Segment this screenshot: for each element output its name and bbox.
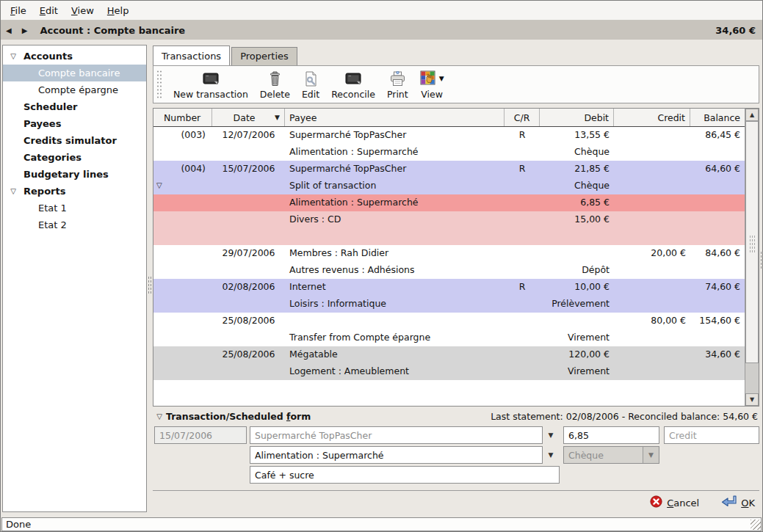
form-section-title: Transaction/Scheduled form [166,411,311,422]
table-row[interactable]: Alimentation : Supermarché Chèque [153,144,745,161]
transaction-rows: (003) 12/07/2006 Supermarché TopPasCher … [153,127,745,406]
ok-button[interactable]: OK [721,495,755,510]
expander-icon[interactable]: ▽ [154,412,164,420]
table-row[interactable]: Alimentation : Supermarché 6,85 € [153,194,745,211]
column-header-cr[interactable]: C/R [505,109,540,126]
menu-bar: File Edit View Help [1,1,762,21]
account-header: ◀ ▶ Account : Compte bancaire 34,60 € [1,21,762,40]
trash-icon [268,70,282,87]
payment-method-select: Chèque ▼ [563,446,659,464]
tab-properties[interactable]: Properties [231,47,297,65]
sidebar-item-etat-1[interactable]: Etat 1 [3,200,146,216]
sidebar-item-credits-simulator[interactable]: Credits simulator [3,132,146,149]
sidebar-item-categories[interactable]: Categories [3,149,146,166]
sidebar: ▽ Accounts Compte bancaire Compte épargn… [2,45,147,512]
nav-forward-icon[interactable]: ▶ [17,26,33,34]
toolbar: New transaction Delete Edit [153,65,759,103]
column-header-balance[interactable]: Balance [690,109,745,126]
menu-view[interactable]: View [65,2,101,19]
menu-help[interactable]: Help [101,2,136,19]
debit-field[interactable] [563,426,659,444]
column-header-date[interactable]: Date ▼ [212,109,285,126]
edit-button[interactable]: Edit [296,68,325,101]
column-header-number[interactable]: Number [153,109,212,126]
dropdown-caret-icon: ▼ [439,75,444,82]
view-button[interactable]: ▼ View [414,68,450,101]
view-grid-icon [420,70,435,87]
status-message: Done [1,517,762,531]
scroll-down-icon[interactable]: ▼ [745,393,759,406]
tab-bar: Transactions Properties [153,46,299,65]
expander-icon[interactable]: ▽ [7,187,19,195]
screen-icon [202,70,220,87]
column-header-debit[interactable]: Debit [540,109,614,126]
column-header-credit[interactable]: Credit [614,109,690,126]
table-row[interactable]: (004) 15/07/2006 Supermarché TopPasCher … [153,161,745,178]
tab-transactions[interactable]: Transactions [153,45,230,65]
print-button[interactable]: Print [381,68,414,101]
form-section-header: ▽ Transaction/Scheduled form Last statem… [154,409,758,423]
edit-document-icon [304,70,317,87]
status-bar: Done [1,517,762,532]
menu-edit[interactable]: Edit [33,2,65,19]
nav-back-icon[interactable]: ◀ [1,26,17,34]
category-dropdown-icon[interactable]: ▼ [546,446,556,464]
expander-icon[interactable]: ▽ [7,52,19,60]
table-row[interactable]: 25/08/2006 80,00 € 154,60 € [153,313,745,329]
table-row[interactable]: Divers : CD 15,00 € [153,211,745,228]
account-title: Account : Compte bancaire [40,25,185,36]
vertical-scrollbar[interactable]: ▲ ▼ [745,109,759,406]
sidebar-item-scheduler[interactable]: Scheduler [3,98,146,115]
sidebar-item-etat-2[interactable]: Etat 2 [3,216,146,233]
menu-file[interactable]: File [4,2,33,19]
table-row[interactable]: 29/07/2006 Membres : Rah Didier 20,00 € … [153,245,745,262]
last-statement-info: Last statement: 02/08/2006 - Reconciled … [491,411,758,422]
table-row[interactable]: Autres revenus : Adhésions Dépôt [153,262,745,279]
table-row[interactable]: Logement : Ameublement Virement [153,363,745,380]
reconcile-button[interactable]: Reconcile [325,68,381,101]
sidebar-item-compte-bancaire[interactable]: Compte bancaire [3,65,146,81]
printer-icon [389,70,406,87]
cancel-x-icon [650,495,662,510]
workspace: ▽ Accounts Compte bancaire Compte épargn… [1,40,762,517]
form-separator [153,490,759,491]
table-row[interactable]: 25/08/2006 Mégatable 120,00 € 34,60 € [153,346,745,363]
sidebar-splitter[interactable] [147,45,153,512]
table-row[interactable]: ▽ Split of transaction Chèque [153,178,745,194]
sidebar-item-compte-epargne[interactable]: Compte épargne [3,81,146,98]
sort-descending-icon: ▼ [275,114,280,121]
payee-dropdown-icon[interactable]: ▼ [546,426,556,444]
credit-field[interactable] [664,426,759,444]
screen-icon [344,70,362,87]
delete-button[interactable]: Delete [254,68,296,101]
column-header-payee[interactable]: Payee [285,109,505,126]
thumb-grip-icon [749,235,756,252]
table-row[interactable]: Loisirs : Informatique Prélèvement [153,296,745,313]
table-row[interactable]: Transfer from Compte épargne Virement [153,329,745,346]
transactions-table: Number Date ▼ Payee C/R Debit Credit Bal… [153,108,759,407]
splitter-grip-icon [148,276,152,295]
sidebar-item-reports[interactable]: ▽ Reports [3,183,146,200]
payee-field [250,426,543,444]
sidebar-item-accounts[interactable]: ▽ Accounts [3,48,146,65]
sidebar-item-budgetary-lines[interactable]: Budgetary lines [3,166,146,183]
cancel-button[interactable]: Cancel [650,495,699,510]
sidebar-item-payees[interactable]: Payees [3,115,146,132]
form-buttons: Cancel OK [650,493,755,512]
table-row[interactable]: 02/08/2006 Internet R 10,00 € 74,60 € [153,279,745,296]
app-window: File Edit View Help ◀ ▶ Account : Compte… [0,0,763,532]
method-dropdown-icon: ▼ [643,447,659,463]
main-panel: Transactions Properties New transaction … [153,46,759,512]
scrollbar-thumb[interactable] [745,121,759,363]
enter-arrow-icon [721,495,737,510]
new-transaction-button[interactable]: New transaction [167,68,254,101]
notes-field[interactable] [250,466,560,484]
table-row[interactable] [153,228,745,245]
split-expander-icon[interactable]: ▽ [156,181,162,189]
scroll-up-icon[interactable]: ▲ [745,109,759,121]
resize-grip-icon[interactable] [751,520,761,530]
toolbar-grip-icon[interactable] [156,70,162,99]
table-row[interactable]: (003) 12/07/2006 Supermarché TopPasCher … [153,127,745,144]
date-field [154,426,247,444]
category-field[interactable] [250,446,543,464]
